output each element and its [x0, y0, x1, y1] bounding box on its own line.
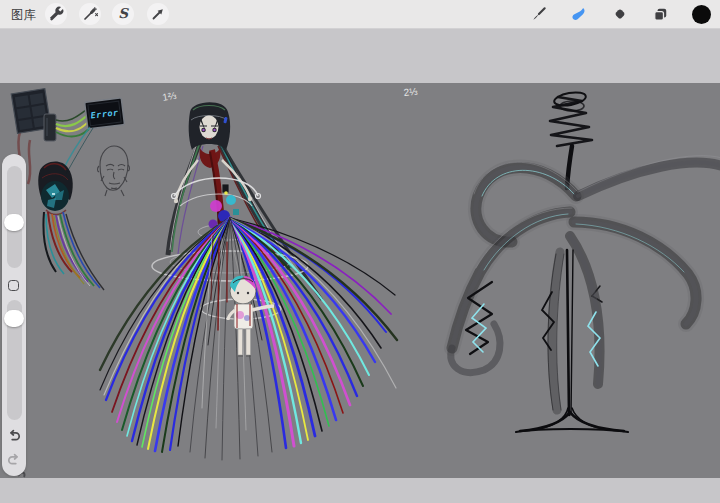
- selection-s-icon: S: [118, 7, 128, 21]
- magic-wand-icon: [82, 6, 98, 22]
- erase-button[interactable]: [609, 3, 631, 25]
- procreate-window: Error: [0, 0, 720, 503]
- wrench-icon: [48, 6, 64, 22]
- arrow-cursor-icon: [150, 6, 166, 22]
- adjustments-button[interactable]: [79, 3, 101, 25]
- eraser-icon: [612, 6, 628, 22]
- brush-icon: [530, 6, 547, 23]
- brush-size-handle[interactable]: [4, 214, 24, 231]
- paint-button[interactable]: [527, 3, 549, 25]
- color-button[interactable]: [690, 3, 712, 25]
- smudge-icon: [569, 5, 587, 23]
- actions-button[interactable]: [45, 3, 67, 25]
- sidebar-toolbar: [2, 154, 26, 476]
- layers-button[interactable]: [649, 3, 671, 25]
- undo-icon: [11, 431, 19, 440]
- redo-button[interactable]: [6, 453, 22, 469]
- transform-button[interactable]: [147, 3, 169, 25]
- selection-button[interactable]: S: [112, 3, 134, 25]
- layers-icon: [652, 6, 669, 23]
- smudge-button[interactable]: [567, 3, 589, 25]
- modify-button[interactable]: [8, 280, 19, 291]
- gallery-button[interactable]: 图库: [11, 7, 36, 24]
- redo-icon: [9, 455, 17, 464]
- color-swatch: [692, 5, 711, 24]
- undo-button[interactable]: [6, 429, 22, 445]
- drawing-canvas[interactable]: [0, 83, 720, 478]
- opacity-handle[interactable]: [4, 310, 24, 327]
- top-toolbar: 图库 S: [0, 0, 720, 29]
